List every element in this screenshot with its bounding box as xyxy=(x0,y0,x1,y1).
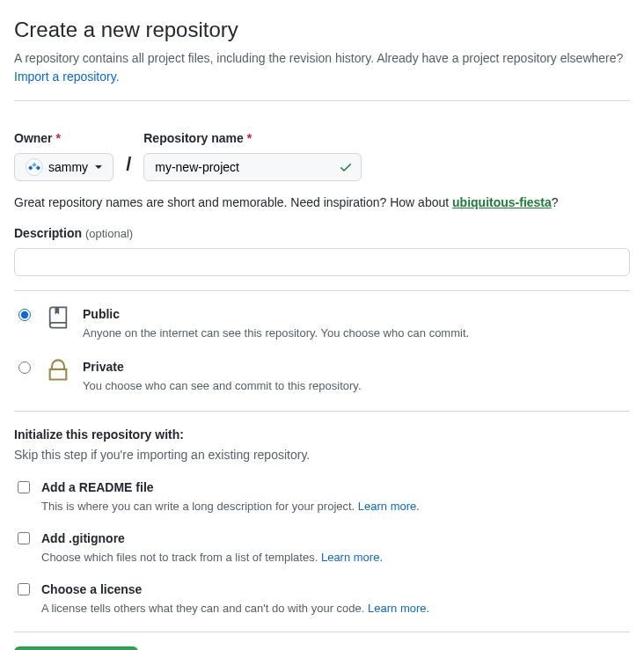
lock-icon xyxy=(46,358,70,388)
caret-down-icon xyxy=(95,165,102,169)
owner-label: Owner * xyxy=(14,129,113,148)
check-icon xyxy=(339,160,353,179)
page-title: Create a new repository xyxy=(14,14,630,46)
visibility-public-title: Public xyxy=(83,305,469,324)
create-repository-button[interactable]: Create repository xyxy=(14,646,138,650)
visibility-private-radio[interactable] xyxy=(18,362,31,374)
init-heading: Initialize this repository with: xyxy=(14,426,630,444)
gitignore-learn-more-link[interactable]: Learn more. xyxy=(321,551,383,564)
divider xyxy=(14,411,630,412)
gitignore-sub: Choose which files not to track from a l… xyxy=(41,551,321,564)
visibility-public-sub: Anyone on the internet can see this repo… xyxy=(83,326,469,340)
divider xyxy=(14,290,630,291)
name-hint: Great repository names are short and mem… xyxy=(14,194,630,212)
repo-name-input[interactable] xyxy=(143,153,362,181)
slash-separator: / xyxy=(124,150,133,179)
init-sub: Skip this step if you're importing an ex… xyxy=(14,446,630,464)
description-input[interactable] xyxy=(14,248,630,276)
license-checkbox[interactable] xyxy=(18,583,30,595)
license-sub: A license tells others what they can and… xyxy=(41,602,368,615)
repo-name-label: Repository name * xyxy=(143,129,362,148)
license-title: Choose a license xyxy=(41,581,429,599)
license-learn-more-link[interactable]: Learn more. xyxy=(368,602,429,615)
repo-icon xyxy=(46,305,70,335)
subhead-text: A repository contains all project files,… xyxy=(14,51,623,65)
divider xyxy=(14,632,630,632)
visibility-private-title: Private xyxy=(83,358,362,376)
readme-checkbox[interactable] xyxy=(18,481,30,493)
readme-learn-more-link[interactable]: Learn more. xyxy=(358,500,420,513)
avatar-icon xyxy=(28,161,40,173)
gitignore-checkbox[interactable] xyxy=(18,532,30,544)
visibility-public-radio[interactable] xyxy=(18,309,31,321)
description-label: Description (optional) xyxy=(14,226,133,240)
readme-sub: This is where you can write a long descr… xyxy=(41,500,358,513)
required-asterisk: * xyxy=(247,131,252,145)
owner-username: sammy xyxy=(48,160,88,174)
page-subhead: A repository contains all project files,… xyxy=(14,49,630,86)
gitignore-title: Add .gitignore xyxy=(41,529,383,548)
readme-title: Add a README file xyxy=(41,478,420,497)
visibility-private-sub: You choose who can see and commit to thi… xyxy=(83,379,362,392)
divider xyxy=(14,100,630,101)
avatar xyxy=(26,158,43,176)
import-repository-link[interactable]: Import a repository. xyxy=(14,69,120,84)
optional-text: (optional) xyxy=(85,227,133,240)
owner-select[interactable]: sammy xyxy=(14,153,113,181)
required-asterisk: * xyxy=(55,131,60,145)
name-suggestion-link[interactable]: ubiquitous-fiesta xyxy=(452,195,552,209)
